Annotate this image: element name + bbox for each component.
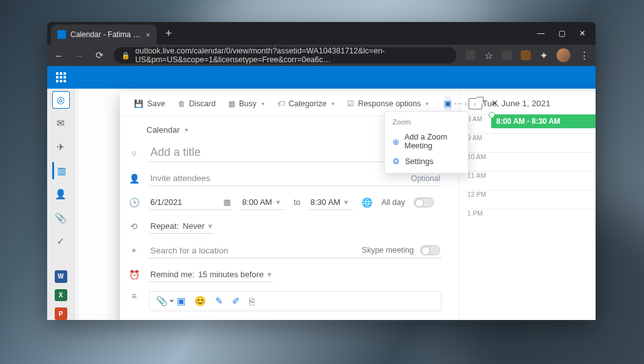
bookmark-star-icon[interactable]: ☆ [484,50,493,62]
zoom-addon-button[interactable]: ▣ [444,96,452,111]
app-launcher-icon[interactable] [51,67,71,87]
skype-toggle[interactable] [420,245,440,255]
timezone-icon[interactable]: 🌐 [362,197,372,207]
chevron-down-icon: ▾ [276,197,280,207]
chevron-down-icon: ▾ [208,221,213,231]
prev-day-icon[interactable]: ‹ [465,99,467,108]
location-input[interactable]: Search for a location Skype meeting [149,243,441,258]
rail-calendar-icon[interactable]: ▥ [52,162,70,180]
person-icon: 👤 [128,174,140,184]
rail-send-icon[interactable]: ✈ [52,138,70,156]
video-icon: ▣ [444,99,452,108]
busy-icon: ▦ [228,99,235,108]
extension-1-icon[interactable] [502,50,512,60]
richtext-toolbar: 📎 ▣ 😊 ✎ ✐ ⎘ [149,291,441,311]
start-time-input[interactable]: 8:00 AM▾ [241,195,285,210]
optional-link[interactable]: Optional [411,174,440,183]
chevron-down-icon: ▾ [262,101,265,107]
left-rail: ◎ ✉ ✈ ▥ 👤 📎 ✓ W X P [47,66,75,320]
browser-window: Calendar - Fatima Wahab - Outl… × + — ▢ … [47,22,596,320]
window-maximize-icon[interactable]: ▢ [558,29,565,38]
time-slot: 12 PM [465,190,596,209]
time-preview-pane: ‹ › Tue, June 1, 2021 ⌄ 8:00 AM - 8:30 A… [460,91,596,320]
repeat-dropdown[interactable]: Repeat: Never ▾ [149,219,214,234]
bell-icon: ⏰ [128,270,140,280]
browser-toolbar: ← → ⟳ 🔒 outlook.live.com/calendar/0/view… [47,45,596,66]
tab-title: Calendar - Fatima Wahab - Outl… [70,30,141,39]
rail-files-icon[interactable]: 📎 [52,209,70,227]
browser-titlebar: Calendar - Fatima Wahab - Outl… × + — ▢ … [47,22,596,45]
response-icon: ☑ [347,99,354,108]
all-day-label: All day [381,198,405,207]
response-options-dropdown[interactable]: ☑Response options▾ [342,97,434,111]
extensions-puzzle-icon[interactable]: ✦ [540,50,548,62]
powerpoint-icon[interactable]: P [55,307,67,320]
reminder-dropdown[interactable]: Remind me: 15 minutes before ▾ [149,267,273,282]
extension-2-icon[interactable] [521,50,531,60]
draw-button[interactable]: ✐ [232,295,240,307]
extension-icons: ☆ ✦ ⋮ [465,48,589,62]
excel-icon[interactable]: X [55,289,67,302]
suite-header [47,66,596,89]
categorize-dropdown[interactable]: 🏷Categorize▾ [272,97,340,111]
rail-people-icon[interactable]: 👤 [52,185,70,203]
compose-toolbar: 💾Save 🗑Discard ▦Busy▾ 🏷Categorize▾ ☑Resp… [120,91,459,116]
lock-icon: 🔒 [121,52,130,60]
time-slot: 10 AM [465,152,596,171]
browser-tab[interactable]: Calendar - Fatima Wahab - Outl… × [51,25,157,45]
zoom-dropdown-menu: Zoom ⊕Add a Zoom Meeting ⚙Settings [384,111,469,174]
chrome-menu-icon[interactable]: ⋮ [579,50,589,62]
window-minimize-icon[interactable]: — [537,29,545,38]
location-icon: ⌖ [128,245,140,256]
nav-back-icon[interactable]: ← [53,50,65,61]
chrome-profile-avatar[interactable] [557,48,570,62]
zoom-add-meeting[interactable]: ⊕Add a Zoom Meeting [385,130,468,153]
end-time-input[interactable]: 8:30 AM▾ [309,195,353,210]
repeat-icon: ⟲ [128,221,140,231]
insert-button[interactable]: ⎘ [249,296,255,307]
event-compose-panel: 💾Save 🗑Discard ▦Busy▾ 🏷Categorize▾ ☑Resp… [120,91,596,320]
rail-mail-icon[interactable]: ✉ [52,115,70,133]
new-tab-button[interactable]: + [160,25,177,41]
rail-todo-icon[interactable]: ✓ [52,233,70,250]
event-block[interactable]: 8:00 AM - 8:30 AM [491,114,596,128]
nav-reload-icon[interactable]: ⟳ [94,50,105,61]
emoji-button[interactable]: 😊 [194,295,206,307]
window-close-icon[interactable]: ✕ [579,29,586,38]
time-slot: 11 AM [465,171,596,190]
address-bar[interactable]: 🔒 outlook.live.com/calendar/0/view/month… [114,47,457,63]
save-button[interactable]: 💾Save [129,97,170,111]
word-icon[interactable]: W [55,270,67,283]
time-slot: 9 AM [465,133,596,152]
time-to-label: to [294,198,300,207]
attach-button[interactable]: 📎 [156,295,168,307]
gear-icon: ⚙ [392,157,400,166]
rail-outlook-icon[interactable]: ◎ [52,91,70,109]
translate-icon[interactable] [465,50,475,60]
tab-close-icon[interactable]: × [145,30,150,40]
skype-label: Skype meeting [362,246,414,255]
plus-circle-icon: ⊕ [392,137,399,146]
image-button[interactable]: ▣ [177,295,186,307]
time-grid[interactable]: 8:00 AM - 8:30 AM 8 AM 9 AM 10 AM 11 AM … [465,114,596,228]
nav-forward-icon[interactable]: → [74,50,85,61]
chevron-down-icon: ▾ [185,126,188,133]
selected-date-label[interactable]: Tue, June 1, 2021 [482,99,550,108]
busy-dropdown[interactable]: ▦Busy▾ [223,97,270,111]
chevron-down-icon: ▾ [426,101,429,107]
chevron-down-icon: ▾ [344,197,348,207]
chevron-down-icon: ▾ [331,101,335,107]
next-day-icon[interactable]: › [474,99,476,108]
outlook-app: 🖶 Print ⛅ ◎ ✉ ✈ ▥ 👤 📎 ✓ W X P FB 💾Sa [47,66,596,320]
tag-icon: 🏷 [277,99,285,108]
all-day-toggle[interactable] [414,197,434,207]
discard-button[interactable]: 🗑Discard [173,97,221,111]
highlight-button[interactable]: ✎ [215,295,223,307]
date-navigator: ‹ › Tue, June 1, 2021 ⌄ [465,99,596,108]
time-slot: 1 PM [465,209,596,228]
calendar-icon: ▦ [223,197,231,207]
outlook-favicon [57,30,66,39]
zoom-settings[interactable]: ⚙Settings [385,153,468,169]
clock-icon: 🕒 [128,197,140,207]
date-input[interactable]: 6/1/2021 ▦ [149,195,232,210]
